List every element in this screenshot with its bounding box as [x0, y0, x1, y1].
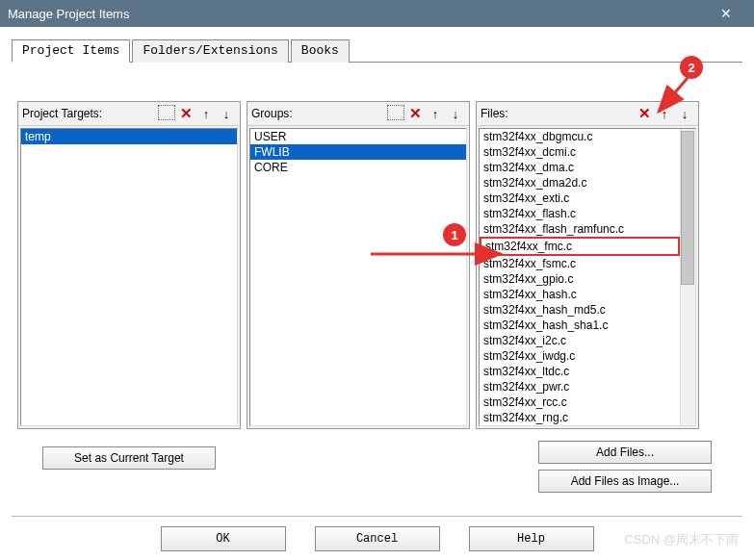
panel-files: Files: ✕ ↑ ↓ stm32f4xx_dbgmcu.c stm32f4x… — [476, 101, 699, 429]
panel-project-targets: Project Targets: ✕ ↑ ↓ temp — [17, 101, 241, 429]
new-icon[interactable] — [158, 105, 175, 120]
move-up-icon[interactable]: ↑ — [426, 105, 445, 122]
cancel-button[interactable]: Cancel — [315, 526, 440, 551]
help-button[interactable]: Help — [469, 526, 594, 551]
tab-row: Project Items Folders/Extensions Books — [12, 38, 742, 63]
move-down-icon[interactable]: ↓ — [217, 105, 236, 122]
new-icon[interactable] — [387, 105, 404, 120]
list-item[interactable]: stm32f4xx_flash_ramfunc.c — [480, 221, 680, 237]
list-item[interactable]: stm32f4xx_pwr.c — [480, 379, 680, 395]
list-item[interactable]: stm32f4xx_fsmc.c — [480, 256, 680, 271]
tab-folders-extensions[interactable]: Folders/Extensions — [132, 39, 288, 63]
list-item[interactable]: temp — [21, 129, 237, 144]
files-list[interactable]: stm32f4xx_dbgmcu.c stm32f4xx_dcmi.c stm3… — [480, 129, 680, 425]
delete-icon[interactable]: ✕ — [405, 105, 425, 122]
set-current-target-button[interactable]: Set as Current Target — [42, 446, 216, 470]
move-down-icon[interactable]: ↓ — [446, 105, 465, 122]
close-icon[interactable]: ✕ — [706, 0, 746, 27]
scrollbar-thumb[interactable] — [681, 131, 694, 285]
list-item[interactable]: stm32f4xx_dma2d.c — [480, 175, 680, 191]
tab-project-items[interactable]: Project Items — [12, 39, 130, 63]
list-item[interactable]: stm32f4xx_hash_sha1.c — [480, 318, 680, 333]
list-item[interactable]: stm32f4xx_hash.c — [480, 287, 680, 302]
targets-list[interactable]: temp — [21, 129, 237, 144]
add-files-button[interactable]: Add Files... — [538, 441, 712, 464]
list-item[interactable]: stm32f4xx_dma.c — [480, 160, 680, 175]
list-item[interactable]: stm32f4xx_hash_md5.c — [480, 302, 680, 318]
list-item[interactable]: stm32f4xx_i2c.c — [480, 333, 680, 348]
list-item[interactable]: stm32f4xx_flash.c — [480, 206, 680, 221]
window-titlebar: Manage Project Items ✕ — [0, 0, 754, 27]
move-up-icon[interactable]: ↑ — [655, 105, 674, 122]
list-item[interactable]: stm32f4xx_fmc.c — [480, 237, 680, 256]
list-item[interactable]: stm32f4xx_exti.c — [480, 191, 680, 206]
add-files-image-button[interactable]: Add Files as Image... — [538, 470, 712, 493]
groups-label: Groups: — [251, 107, 293, 120]
files-label: Files: — [481, 107, 508, 120]
list-item[interactable]: stm32f4xx_gpio.c — [480, 271, 680, 287]
delete-icon[interactable]: ✕ — [176, 105, 195, 122]
list-item[interactable]: stm32f4xx_dbgmcu.c — [480, 129, 680, 144]
list-item[interactable]: stm32f4xx_ltdc.c — [480, 364, 680, 379]
list-item[interactable]: stm32f4xx_rng.c — [480, 410, 680, 425]
tab-books[interactable]: Books — [291, 39, 350, 63]
list-item[interactable]: FWLIB — [250, 144, 466, 160]
window-title: Manage Project Items — [8, 7, 129, 21]
list-item[interactable]: CORE — [250, 160, 466, 175]
groups-list[interactable]: USER FWLIB CORE — [250, 129, 466, 175]
list-item[interactable]: stm32f4xx_rcc.c — [480, 395, 680, 410]
watermark: CSDN @周末不下雨 — [624, 531, 739, 548]
targets-label: Project Targets: — [22, 107, 102, 120]
move-up-icon[interactable]: ↑ — [196, 105, 216, 122]
list-item[interactable]: USER — [250, 129, 466, 144]
delete-icon[interactable]: ✕ — [635, 105, 654, 122]
list-item[interactable]: stm32f4xx_iwdg.c — [480, 348, 680, 364]
move-down-icon[interactable]: ↓ — [675, 105, 694, 122]
panel-groups: Groups: ✕ ↑ ↓ USER FWLIB CORE — [247, 101, 470, 429]
list-item[interactable]: stm32f4xx_dcmi.c — [480, 144, 680, 160]
ok-button[interactable]: OK — [161, 526, 286, 551]
scrollbar[interactable] — [680, 129, 695, 425]
